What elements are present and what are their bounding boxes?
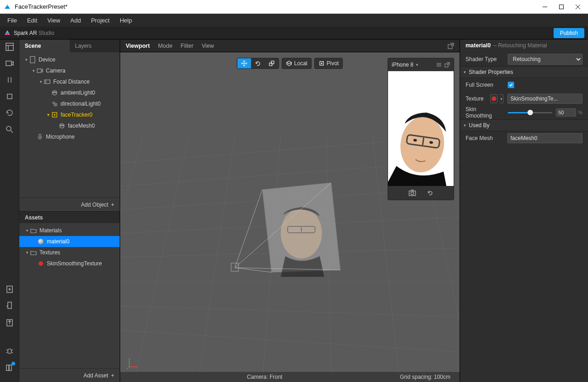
pause-icon[interactable] (5, 75, 14, 84)
library-icon[interactable] (5, 363, 14, 372)
assets-textures-folder[interactable]: ▾Textures (19, 247, 120, 258)
skin-smoothing-label: Skin Smoothing (466, 106, 504, 119)
bug-icon[interactable] (5, 346, 14, 355)
viewport-area: Viewport Mode Filter View (120, 39, 460, 382)
svg-rect-40 (39, 134, 41, 137)
scene-ambient-light[interactable]: ambientLight0 (19, 87, 120, 98)
svg-line-19 (6, 349, 8, 350)
preview-reset-icon[interactable] (427, 190, 433, 196)
add-object-button[interactable]: Add Object+ (19, 197, 120, 211)
svg-line-50 (120, 304, 460, 318)
popout-icon[interactable] (448, 43, 454, 49)
menu-file[interactable]: File (3, 15, 22, 26)
app-logo-icon (4, 3, 11, 11)
shader-type-label: Shader Type (466, 56, 504, 62)
fullscreen-checkbox[interactable] (508, 82, 514, 88)
assets-header: Assets (19, 211, 120, 223)
menu-edit[interactable]: Edit (22, 15, 42, 26)
menu-bar: File Edit View Add Project Help (0, 14, 588, 27)
preview-device-select[interactable]: iPhone 8 (392, 62, 413, 68)
scene-camera[interactable]: ▾Camera (19, 65, 120, 76)
scene-focal-distance[interactable]: ▾Focal Distance (19, 76, 120, 87)
assets-skin-texture[interactable]: SkinSmoothingTexture (19, 258, 120, 269)
preview-menu-icon[interactable] (436, 62, 442, 67)
svg-rect-78 (271, 61, 274, 64)
window-titlebar: FaceTrackerPreset* (0, 0, 588, 14)
skin-smoothing-slider[interactable] (508, 112, 552, 113)
used-by-facemesh-label: Face Mesh (466, 135, 504, 141)
viewport-toolbar: Local Pivot (237, 58, 343, 69)
svg-rect-27 (44, 80, 50, 84)
stop-icon[interactable] (5, 92, 14, 101)
svg-line-12 (11, 130, 13, 133)
tab-viewport[interactable]: Viewport (126, 43, 150, 49)
used-by-facemesh-field[interactable] (507, 133, 582, 143)
send-to-device-icon[interactable] (5, 301, 14, 310)
svg-line-76 (127, 367, 129, 369)
scene-face-tracker[interactable]: ▾faceTracker0 (19, 109, 120, 120)
preview-image (388, 71, 454, 186)
tab-view[interactable]: View (202, 43, 214, 49)
texture-chevron[interactable]: ▾ (499, 94, 504, 103)
svg-line-53 (134, 135, 189, 382)
svg-rect-10 (7, 94, 12, 99)
shader-properties-header[interactable]: Shader Properties (469, 69, 513, 75)
menu-view[interactable]: View (43, 15, 65, 26)
scene-microphone[interactable]: Microphone (19, 131, 120, 142)
scene-directional-light[interactable]: directionalLight0 (19, 98, 120, 109)
texture-name-field[interactable] (507, 94, 582, 104)
brand-bar: Spark AR Studio Publish (0, 27, 588, 39)
scene-device[interactable]: ▾Device (19, 54, 120, 65)
tab-filter[interactable]: Filter (181, 43, 194, 49)
window-title: FaceTrackerPreset* (15, 3, 535, 10)
tool-move[interactable] (237, 58, 251, 68)
refresh-icon[interactable] (5, 108, 14, 118)
texture-swatch[interactable] (490, 94, 497, 103)
tab-mode[interactable]: Mode (158, 43, 172, 49)
svg-line-21 (6, 352, 8, 353)
tab-scene[interactable]: Scene (19, 39, 70, 52)
svg-rect-77 (269, 63, 272, 66)
svg-line-20 (11, 349, 13, 350)
search-icon[interactable] (5, 125, 14, 134)
3d-canvas[interactable]: Local Pivot iPhone 8 ▾ (120, 52, 460, 382)
svg-rect-16 (8, 302, 11, 309)
tool-local[interactable]: Local (282, 58, 311, 68)
svg-point-11 (6, 126, 11, 131)
tool-scale[interactable] (265, 58, 278, 68)
svg-rect-4 (6, 43, 13, 51)
preview-capture-icon[interactable] (409, 190, 416, 196)
tool-rotate[interactable] (251, 58, 265, 68)
svg-point-93 (411, 192, 414, 195)
tab-layers[interactable]: Layers (70, 39, 120, 52)
svg-rect-1 (560, 5, 564, 9)
texture-label: Texture (466, 96, 487, 102)
brand-label: Spark AR Studio (14, 29, 54, 36)
svg-line-22 (11, 352, 13, 353)
add-asset-button[interactable]: Add Asset+ (19, 368, 120, 382)
inspector-subtitle: – Retouching Material (494, 42, 547, 49)
assets-material0[interactable]: material0 (19, 236, 120, 247)
left-panel: Scene Layers ▾Device ▾Camera ▾Focal Dist… (19, 39, 120, 382)
add-file-icon[interactable] (5, 285, 14, 294)
window-close-button[interactable] (568, 0, 588, 14)
menu-project[interactable]: Project (86, 15, 114, 26)
camera-icon[interactable] (5, 59, 14, 68)
svg-point-80 (321, 63, 322, 64)
used-by-header[interactable]: Used By (469, 122, 489, 129)
layout-icon[interactable] (5, 42, 14, 51)
status-camera: Camera: Front (247, 374, 282, 380)
skin-smoothing-value[interactable] (556, 108, 576, 117)
menu-help[interactable]: Help (115, 15, 137, 26)
svg-line-54 (198, 135, 235, 382)
publish-button[interactable]: Publish (554, 28, 584, 38)
preview-popout-icon[interactable] (444, 62, 450, 67)
assets-tree: ▾Materials material0 ▾Textures SkinSmoot… (19, 223, 120, 368)
shader-type-select[interactable]: Retouching (508, 54, 582, 65)
assets-materials-folder[interactable]: ▾Materials (19, 225, 120, 236)
tool-pivot[interactable]: Pivot (315, 58, 343, 68)
menu-add[interactable]: Add (66, 15, 85, 26)
export-icon[interactable] (5, 318, 14, 327)
scene-face-mesh[interactable]: faceMesh0 (19, 120, 120, 131)
device-preview: iPhone 8 ▾ (388, 58, 454, 200)
